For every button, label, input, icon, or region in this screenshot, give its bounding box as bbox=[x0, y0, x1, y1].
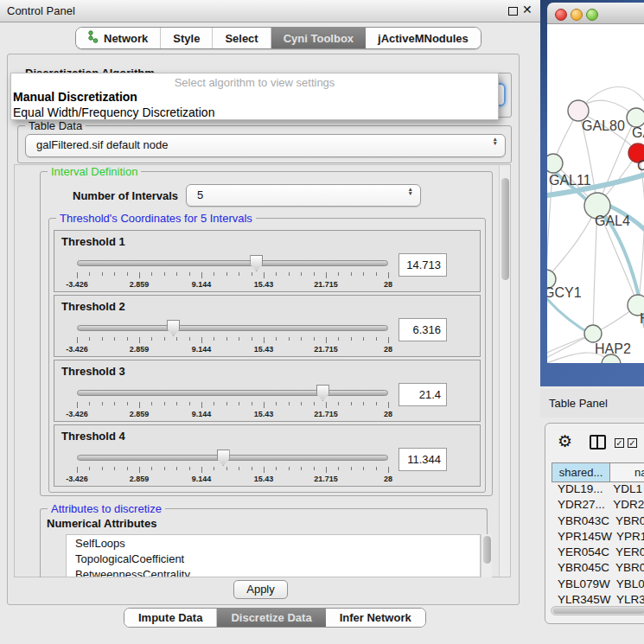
numerical-attributes-label: Numerical Attributes bbox=[47, 517, 156, 530]
slider-tick bbox=[89, 402, 90, 405]
zoom-traffic-light[interactable] bbox=[586, 9, 598, 21]
scrollbar-thumb[interactable] bbox=[553, 608, 644, 614]
table-row[interactable]: YER054CYER0 bbox=[552, 545, 644, 561]
cell-name[interactable]: YBR0 bbox=[609, 514, 644, 530]
slider-tick bbox=[189, 467, 190, 470]
checkbox-icon[interactable]: ✓ bbox=[628, 438, 637, 448]
cell-name[interactable]: YPR1 bbox=[610, 530, 644, 545]
network-node-label: GCY1 bbox=[547, 285, 582, 300]
settings-vertical-scrollbar[interactable] bbox=[499, 165, 510, 577]
table-data-combobox[interactable]: galFiltered.sif default node ▲▼ bbox=[25, 134, 506, 157]
attribute-item[interactable]: TopologicalCoefficient bbox=[67, 551, 480, 566]
slider-track[interactable] bbox=[77, 390, 388, 396]
threshold-value-field[interactable]: 11.344 bbox=[399, 448, 447, 471]
column-layout-icon[interactable] bbox=[590, 435, 606, 450]
cell-shared-name[interactable]: YLR345W bbox=[552, 593, 610, 606]
network-node-top-right[interactable] bbox=[627, 108, 644, 127]
threshold-value-field[interactable]: 14.713 bbox=[399, 253, 447, 277]
cell-shared-name[interactable]: YER054C bbox=[552, 545, 609, 561]
slider-tick bbox=[189, 402, 190, 405]
cell-shared-name[interactable]: YBL079W bbox=[552, 577, 610, 593]
float-window-icon[interactable] bbox=[508, 7, 518, 16]
network-node-gal11[interactable] bbox=[547, 154, 563, 173]
cell-shared-name[interactable]: YDR27... bbox=[552, 498, 607, 513]
close-icon[interactable]: ✕ bbox=[522, 3, 532, 16]
tab-jactivemnodules[interactable]: jActiveMNodules bbox=[366, 28, 481, 48]
slider-tick-label: 28 bbox=[369, 280, 407, 289]
table-horizontal-scrollbar[interactable] bbox=[551, 606, 644, 615]
slider-tick bbox=[239, 467, 239, 470]
slider-tick-label: 9.144 bbox=[182, 475, 220, 483]
attribute-item[interactable]: BetweennessCentrality bbox=[67, 566, 480, 577]
slider-tick bbox=[164, 402, 165, 405]
numerical-attributes-list[interactable]: SelfLoopsTopologicalCoefficientBetweenne… bbox=[66, 534, 481, 577]
number-of-intervals-combobox[interactable]: 5 ▲▼ bbox=[186, 184, 421, 207]
slider-track[interactable] bbox=[77, 325, 388, 331]
slider-tick bbox=[176, 467, 177, 470]
tab-cyni-toolbox[interactable]: Cyni Toolbox bbox=[271, 28, 366, 48]
node-table-body: YDL19...YDL1YDR27...YDR2YBR043CYBR0YPR14… bbox=[552, 482, 644, 606]
column-header-name[interactable]: na bbox=[610, 462, 644, 482]
combo-stepper-icon: ▲▼ bbox=[408, 187, 413, 195]
minimize-traffic-light[interactable] bbox=[571, 9, 583, 21]
slider-tick bbox=[139, 337, 140, 343]
tab-select-label: Select bbox=[225, 32, 258, 45]
tab-impute-data[interactable]: Impute Data bbox=[124, 609, 217, 627]
table-row[interactable]: YBL079WYBL0 bbox=[552, 577, 644, 593]
slider-tick bbox=[264, 467, 265, 473]
cell-shared-name[interactable]: YPR145W bbox=[552, 530, 610, 545]
slider-tick-label: -3.426 bbox=[58, 475, 96, 483]
cell-shared-name[interactable]: YDL19... bbox=[552, 482, 607, 498]
gear-icon[interactable]: ⚙ bbox=[558, 431, 572, 451]
network-node-label: HAP2 bbox=[595, 341, 631, 356]
close-traffic-light[interactable] bbox=[555, 9, 567, 21]
slider-thumb[interactable] bbox=[217, 450, 230, 466]
checkbox-icon[interactable]: ✓ bbox=[615, 438, 624, 448]
cell-name[interactable]: YBL0 bbox=[610, 577, 644, 593]
cell-name[interactable]: YDL1 bbox=[607, 482, 644, 498]
table-row[interactable]: YDL19...YDL1 bbox=[552, 482, 644, 498]
slider-tick bbox=[139, 402, 140, 408]
slider-tick bbox=[338, 402, 339, 405]
slider-tick bbox=[214, 402, 214, 405]
table-row[interactable]: YPR145WYPR1 bbox=[552, 530, 644, 545]
threshold-value-field[interactable]: 21.4 bbox=[399, 383, 447, 406]
attribute-item[interactable]: SelfLoops bbox=[67, 535, 480, 551]
network-canvas[interactable]: GAL80GACGAL11GAL4GCY1HHAP2 bbox=[547, 24, 644, 363]
cell-shared-name[interactable]: YBR043C bbox=[552, 514, 609, 530]
network-node-label: GAL80 bbox=[582, 118, 625, 133]
scrollbar-thumb[interactable] bbox=[501, 178, 509, 280]
attributes-scrollbar[interactable] bbox=[481, 534, 492, 577]
cell-name[interactable]: YLR3 bbox=[610, 593, 644, 606]
cell-name[interactable]: YER0 bbox=[609, 545, 644, 561]
slider-track[interactable] bbox=[77, 260, 388, 266]
column-header-shared-name[interactable]: shared... bbox=[552, 462, 610, 482]
table-row[interactable]: YDR27...YDR2 bbox=[552, 498, 644, 513]
tab-network[interactable]: Network bbox=[76, 28, 161, 48]
network-node-hap2[interactable] bbox=[584, 325, 602, 342]
slider-tick bbox=[176, 337, 177, 341]
cell-name[interactable]: YDR2 bbox=[607, 498, 644, 513]
dropdown-item-manual[interactable]: Manual Discretization bbox=[11, 89, 498, 105]
slider-thumb[interactable] bbox=[167, 320, 180, 336]
tab-discretize-data[interactable]: Discretize Data bbox=[217, 609, 325, 627]
scrollbar-thumb[interactable] bbox=[483, 536, 491, 564]
tab-select[interactable]: Select bbox=[213, 28, 271, 48]
table-row[interactable]: YBR043CYBR0 bbox=[552, 514, 644, 530]
slider-thumb[interactable] bbox=[250, 255, 263, 271]
tab-style[interactable]: Style bbox=[161, 28, 213, 48]
slider-thumb[interactable] bbox=[316, 385, 329, 401]
tab-infer-network[interactable]: Infer Network bbox=[326, 609, 425, 627]
slider-tick bbox=[127, 337, 128, 341]
table-row[interactable]: YLR345WYLR3 bbox=[552, 593, 644, 606]
slider-tick bbox=[363, 402, 364, 405]
table-row[interactable]: YBR045CYBR0 bbox=[552, 561, 644, 577]
dropdown-item-equal-width[interactable]: Equal Width/Frequency Discretization bbox=[11, 105, 498, 120]
cell-shared-name[interactable]: YBR045C bbox=[552, 561, 609, 577]
slider-tick bbox=[388, 402, 389, 408]
slider-track[interactable] bbox=[77, 455, 388, 461]
apply-button[interactable]: Apply bbox=[233, 580, 288, 599]
cell-name[interactable]: YBR0 bbox=[609, 561, 644, 577]
threshold-value-field[interactable]: 6.316 bbox=[399, 318, 447, 341]
network-window-titlebar[interactable] bbox=[547, 3, 644, 24]
